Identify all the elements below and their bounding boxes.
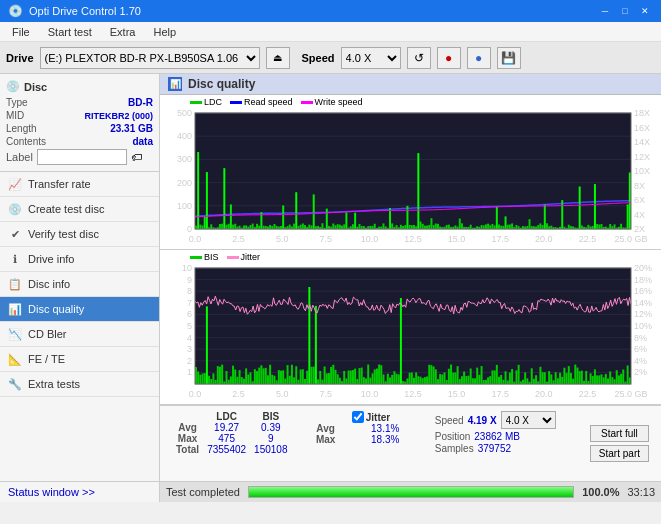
jitter-max-label: Max: [303, 434, 347, 445]
disc-label-input[interactable]: [37, 149, 127, 165]
right-stats: Speed 4.19 X 4.0 X Position 23862 MB Sam…: [429, 409, 584, 478]
content-area: 📊 Disc quality LDC Read speed: [160, 74, 661, 502]
position-label: Position: [435, 431, 471, 442]
nav-drive-info-label: Drive info: [28, 253, 74, 265]
nav-drive-info[interactable]: ℹ Drive info: [0, 247, 159, 272]
start-part-button[interactable]: Start part: [590, 445, 649, 462]
progress-time: 33:13: [627, 486, 655, 498]
disc-title: Disc: [24, 81, 47, 93]
position-row: Position 23862 MB: [435, 431, 578, 442]
refresh-button[interactable]: ↺: [407, 47, 431, 69]
nav-disc-quality[interactable]: 📊 Disc quality: [0, 297, 159, 322]
bis-color: [190, 256, 202, 259]
write-speed-legend: Write speed: [301, 97, 363, 107]
jitter-avg-value: 13.1%: [348, 423, 423, 434]
drivebar: Drive (E:) PLEXTOR BD-R PX-LB950SA 1.06 …: [0, 42, 661, 74]
disc-label-icon[interactable]: 🏷: [131, 151, 142, 163]
disc-quality-icon: 📊: [8, 302, 22, 316]
jitter-checkbox[interactable]: [352, 411, 364, 423]
start-full-button[interactable]: Start full: [590, 425, 649, 442]
bis-col-header: BIS: [250, 411, 291, 422]
app-title: Opti Drive Control 1.70: [29, 5, 141, 17]
jitter-legend: Jitter: [227, 252, 261, 262]
nav-cd-bler[interactable]: 📉 CD Bler: [0, 322, 159, 347]
avg-ldc-value: 19.27: [203, 422, 250, 433]
speed-stat-select[interactable]: 4.0 X: [501, 411, 556, 429]
titlebar: 💿 Opti Drive Control 1.70 ─ □ ✕: [0, 0, 661, 22]
disc-mid-row: MID RITEKBR2 (000): [6, 110, 153, 121]
nav-disc-info[interactable]: 📋 Disc info: [0, 272, 159, 297]
menu-start-test[interactable]: Start test: [40, 24, 100, 40]
nav-create-test-disc-label: Create test disc: [28, 203, 104, 215]
disc-contents-value: data: [132, 136, 153, 147]
speed-select[interactable]: 4.0 X: [341, 47, 401, 69]
status-window-button[interactable]: Status window >>: [0, 481, 159, 502]
nav-transfer-rate[interactable]: 📈 Transfer rate: [0, 172, 159, 197]
menu-file[interactable]: File: [4, 24, 38, 40]
nav-cd-bler-label: CD Bler: [28, 328, 67, 340]
disc-label-row: Label 🏷: [6, 149, 153, 165]
ldc-canvas: [160, 95, 661, 249]
save-button[interactable]: 💾: [497, 47, 521, 69]
quality-header: 📊 Disc quality: [160, 74, 661, 95]
speed-stat-label: Speed: [435, 415, 464, 426]
disc-type-value: BD-R: [128, 97, 153, 108]
progress-fill: [249, 487, 573, 497]
disc-length-value: 23.31 GB: [110, 123, 153, 134]
jitter-stats: Jitter Avg 13.1% Max 18.3%: [297, 409, 428, 478]
disc-contents-row: Contents data: [6, 136, 153, 147]
minimize-button[interactable]: ─: [597, 4, 613, 18]
total-row-label: Total: [172, 444, 203, 455]
write-speed-label: Write speed: [315, 97, 363, 107]
jitter-col-header: Jitter: [348, 411, 423, 423]
progress-percent: 100.0%: [582, 486, 619, 498]
chart1-legend: LDC Read speed Write speed: [190, 97, 362, 107]
progress-bar-container: Test completed 100.0% 33:13: [160, 481, 661, 502]
verify-test-disc-icon: ✔: [8, 227, 22, 241]
nav-items: 📈 Transfer rate 💿 Create test disc ✔ Ver…: [0, 172, 159, 397]
max-bis-value: 9: [250, 433, 291, 444]
chart2-legend: BIS Jitter: [190, 252, 260, 262]
app-icon: 💿: [8, 4, 23, 18]
drive-select[interactable]: (E:) PLEXTOR BD-R PX-LB950SA 1.06: [40, 47, 260, 69]
disc-type-label: Type: [6, 97, 28, 108]
left-stats: LDC BIS Avg 19.27 0.39 Max 475 9: [166, 409, 297, 478]
disc-label-label: Label: [6, 151, 33, 163]
write-speed-color: [301, 101, 313, 104]
disc-panel: 💿 Disc Type BD-R MID RITEKBR2 (000) Leng…: [0, 74, 159, 172]
nav-fe-te[interactable]: 📐 FE / TE: [0, 347, 159, 372]
read-speed-color: [230, 101, 242, 104]
nav-verify-test-disc-label: Verify test disc: [28, 228, 99, 240]
bis-chart: BIS Jitter: [160, 250, 661, 405]
close-button[interactable]: ✕: [637, 4, 653, 18]
disc-info-icon: 📋: [8, 277, 22, 291]
nav-extra-tests-label: Extra tests: [28, 378, 80, 390]
total-bis-value: 150108: [250, 444, 291, 455]
disc-length-row: Length 23.31 GB: [6, 123, 153, 134]
cd-bler-icon: 📉: [8, 327, 22, 341]
speed-stat-value: 4.19 X: [468, 415, 497, 426]
fe-te-icon: 📐: [8, 352, 22, 366]
disc-icon: 💿: [6, 80, 20, 93]
position-value: 23862 MB: [474, 431, 520, 442]
maximize-button[interactable]: □: [617, 4, 633, 18]
ldc-legend: LDC: [190, 97, 222, 107]
stats-table-container: LDC BIS Avg 19.27 0.39 Max 475 9: [160, 405, 661, 481]
ldc-col-header: LDC: [203, 411, 250, 422]
red-icon-button[interactable]: ●: [437, 47, 461, 69]
disc-length-label: Length: [6, 123, 37, 134]
ldc-chart: LDC Read speed Write speed: [160, 95, 661, 250]
quality-icon: 📊: [168, 77, 182, 91]
nav-create-test-disc[interactable]: 💿 Create test disc: [0, 197, 159, 222]
nav-extra-tests[interactable]: 🔧 Extra tests: [0, 372, 159, 397]
ldc-label: LDC: [204, 97, 222, 107]
total-ldc-value: 7355402: [203, 444, 250, 455]
blue-icon-button[interactable]: ●: [467, 47, 491, 69]
status-text: Test completed: [166, 486, 240, 498]
nav-verify-test-disc[interactable]: ✔ Verify test disc: [0, 222, 159, 247]
speed-label: Speed: [302, 52, 335, 64]
menu-help[interactable]: Help: [145, 24, 184, 40]
menu-extra[interactable]: Extra: [102, 24, 144, 40]
eject-button[interactable]: ⏏: [266, 47, 290, 69]
disc-mid-label: MID: [6, 110, 24, 121]
